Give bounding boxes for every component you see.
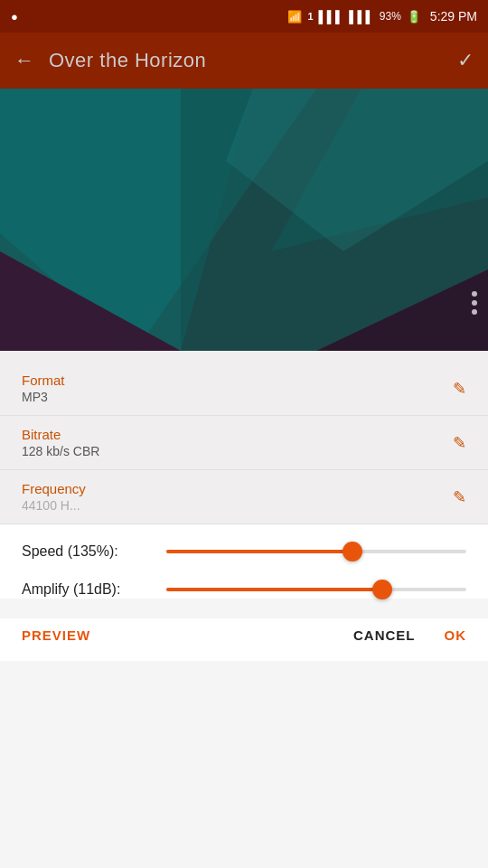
signal2-icon: ▌▌▌	[349, 10, 374, 24]
ok-button[interactable]: OK	[445, 627, 467, 643]
amplify-slider-row: Amplify (11dB):	[22, 580, 466, 599]
frequency-info: Frequency 44100 H...	[22, 481, 86, 513]
signal-icon: ▌▌▌	[319, 10, 344, 24]
bitrate-label: Bitrate	[22, 427, 99, 442]
preview-button[interactable]: PREVIEW	[22, 627, 353, 643]
frequency-edit-button[interactable]: ✎	[453, 487, 466, 507]
bitrate-info: Bitrate 128 kb/s CBR	[22, 427, 99, 458]
status-bar: ● 📶 1 ▌▌▌ ▌▌▌ 93% 🔋 5:29 PM	[0, 0, 488, 33]
speed-label: Speed (135%):	[22, 543, 166, 560]
dot3	[472, 309, 477, 315]
notification-icon: ●	[11, 10, 18, 24]
bottom-dialog: Speed (135%): Amplify (11dB):	[0, 524, 488, 599]
sim1-icon: 1	[307, 11, 313, 22]
frequency-label: Frequency	[22, 481, 86, 496]
frequency-value: 44100 H...	[22, 498, 86, 513]
dialog-buttons: PREVIEW CANCEL OK	[0, 618, 488, 661]
speed-slider-row: Speed (135%):	[22, 542, 466, 561]
amplify-slider-fill	[166, 588, 382, 591]
wifi-icon: 📶	[287, 10, 302, 24]
format-label: Format	[22, 373, 65, 388]
amplify-slider-track	[166, 588, 466, 591]
amplify-slider-thumb[interactable]	[372, 580, 392, 599]
format-row: Format MP3 ✎	[0, 362, 488, 416]
battery-text: 93%	[380, 10, 401, 23]
cancel-button[interactable]: CANCEL	[353, 627, 416, 643]
format-info: Format MP3	[22, 373, 65, 404]
dot2	[472, 300, 477, 306]
bitrate-edit-button[interactable]: ✎	[453, 433, 466, 453]
bitrate-row: Bitrate 128 kb/s CBR ✎	[0, 416, 488, 470]
settings-panel: Format MP3 ✎ Bitrate 128 kb/s CBR ✎ Freq…	[0, 351, 488, 524]
format-edit-button[interactable]: ✎	[453, 379, 466, 399]
dot1	[472, 291, 477, 297]
album-art	[0, 89, 488, 351]
svg-rect-8	[0, 89, 488, 351]
battery-icon: 🔋	[407, 10, 421, 24]
back-button[interactable]: ←	[14, 49, 34, 72]
amplify-slider-container	[166, 580, 466, 599]
amplify-label: Amplify (11dB):	[22, 581, 166, 598]
album-art-svg	[0, 89, 488, 351]
status-time: 5:29 PM	[430, 9, 477, 24]
frequency-row: Frequency 44100 H... ✎	[0, 470, 488, 524]
app-bar: ← Over the Horizon ✓	[0, 33, 488, 89]
overflow-menu-button[interactable]	[472, 291, 477, 315]
speed-slider-fill	[166, 550, 352, 553]
format-value: MP3	[22, 390, 65, 404]
speed-slider-container	[166, 542, 466, 561]
speed-slider-track	[166, 550, 466, 553]
speed-slider-thumb[interactable]	[343, 542, 362, 561]
status-left-icons: ●	[11, 10, 22, 24]
bitrate-value: 128 kb/s CBR	[22, 444, 99, 458]
app-bar-title: Over the Horizon	[49, 49, 457, 72]
confirm-button[interactable]: ✓	[457, 49, 474, 72]
